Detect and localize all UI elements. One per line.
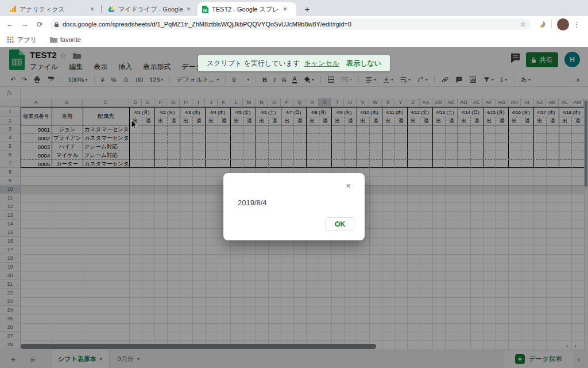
close-icon[interactable]: ×: [187, 6, 191, 13]
browser-toolbar: ← → ⟳ docs.google.com/spreadsheets/d/1_P…: [0, 16, 588, 32]
alert-dialog: × 2019/8/4 OK: [223, 173, 365, 240]
browser-avatar[interactable]: [557, 18, 569, 30]
browser-tab-sheets-active[interactable]: TEST2 - Google スプレッドシー ×: [198, 2, 296, 16]
tab-title: アナリティクス: [20, 5, 87, 14]
drive-favicon-icon: [108, 6, 115, 13]
dialog-message: 2019/8/4: [238, 198, 267, 207]
new-tab-button[interactable]: +: [301, 3, 314, 16]
url-text: docs.google.com/spreadsheets/d/1_PqMZ1tr…: [63, 21, 520, 28]
address-bar[interactable]: docs.google.com/spreadsheets/d/1_PqMZ1tr…: [49, 18, 531, 30]
bookmark-apps-label[interactable]: アプリ: [17, 36, 37, 44]
extension-icon[interactable]: [539, 21, 546, 28]
chrome-menu-icon[interactable]: ⋮: [569, 20, 584, 29]
sheets-favicon-icon: [202, 6, 208, 13]
script-running-toast: スクリプト を実行しています キャンセル 表示しない: [198, 55, 390, 71]
analytics-favicon-icon: [9, 6, 16, 13]
dialog-ok-button[interactable]: OK: [326, 217, 354, 231]
browser-tab-analytics[interactable]: アナリティクス ×: [5, 2, 99, 16]
lock-icon: [54, 21, 59, 28]
apps-grid-icon[interactable]: [7, 36, 14, 43]
bookmark-favorite-label[interactable]: favorite: [60, 36, 81, 43]
toast-cancel-link[interactable]: キャンセル: [304, 59, 339, 68]
close-icon[interactable]: ×: [283, 6, 287, 13]
reload-icon[interactable]: ⟳: [32, 20, 47, 29]
tab-title: マイドライブ - Google ドライブ: [118, 5, 183, 14]
browser-tab-strip: アナリティクス × マイドライブ - Google ドライブ × TEST2 -…: [0, 0, 588, 16]
bookmarks-bar: アプリ favorite: [0, 32, 588, 48]
back-icon[interactable]: ←: [2, 20, 17, 29]
forward-icon[interactable]: →: [17, 20, 32, 29]
folder-icon: [49, 36, 57, 43]
tab-title: TEST2 - Google スプレッドシー: [212, 5, 280, 14]
mouse-cursor: [131, 120, 138, 129]
divider: [551, 20, 552, 29]
toast-message: スクリプト を実行しています: [207, 59, 300, 68]
browser-tab-drive[interactable]: マイドライブ - Google ドライブ ×: [103, 2, 195, 16]
toast-dismiss-link[interactable]: 表示しない: [346, 59, 381, 68]
dialog-close-icon[interactable]: ×: [346, 182, 351, 190]
bookmark-star-icon[interactable]: ☆: [520, 20, 526, 28]
screen: アナリティクス × マイドライブ - Google ドライブ × TEST2 -…: [0, 0, 588, 368]
tab-separator: [101, 5, 102, 13]
close-icon[interactable]: ×: [90, 6, 94, 13]
